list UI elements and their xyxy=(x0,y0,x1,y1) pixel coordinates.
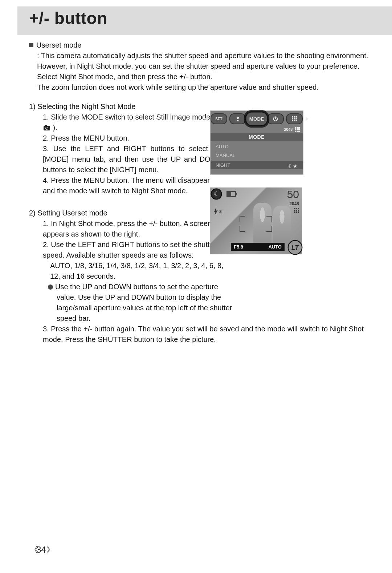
sec2-step3: 3. Press the +/- button again. The value… xyxy=(43,324,370,345)
shutter-auto-label: AUTO xyxy=(268,244,285,250)
svg-rect-9 xyxy=(294,120,295,121)
body-text: Userset mode : This camera automatically… xyxy=(29,40,370,345)
mode-tab-icons: SET MODE xyxy=(211,113,303,125)
figure-preview-screen: ☾ 50 2048 S F5.8 AUTO LT xyxy=(210,187,302,254)
resolution-badge: 2048 xyxy=(284,127,293,132)
svg-rect-3 xyxy=(294,116,295,118)
grid-tab-icon xyxy=(286,113,303,124)
svg-rect-7 xyxy=(295,118,297,120)
mode-item-manual: MANUAL xyxy=(216,153,235,158)
flash-slow-icon: S xyxy=(213,208,222,217)
arrow-left-icon xyxy=(205,117,208,121)
quality-grid-icon xyxy=(295,127,300,132)
aperture-value: F5.8 xyxy=(231,244,268,250)
lt-badge-icon: LT xyxy=(288,240,303,255)
preview-resolution: 2048 xyxy=(289,201,299,206)
userset-intro-1: : This camera automatically adjusts the … xyxy=(37,51,370,82)
square-bullet-icon xyxy=(29,43,33,47)
sec1-step2: 2. Press the MENU button. xyxy=(43,133,222,144)
night-mode-icon: ☾ xyxy=(211,188,222,199)
page-title: +/- button xyxy=(29,8,107,28)
sec1-step4: 4. Press the MENU button. The menu will … xyxy=(43,175,222,196)
arrow-right-icon xyxy=(306,117,309,121)
svg-rect-2 xyxy=(292,116,293,118)
svg-rect-10 xyxy=(295,120,297,121)
svg-rect-4 xyxy=(295,116,297,118)
sec2-bullet1-row: Use the UP and DOWN buttons to set the a… xyxy=(57,282,234,324)
mode-tab-icon: MODE xyxy=(245,112,268,126)
manual-page: +/- button Userset mode : This camera au… xyxy=(0,0,392,573)
sec2-step2: 2. Use the LEFT and RIGHT buttons to set… xyxy=(43,239,226,261)
af-frame-icon xyxy=(240,216,272,232)
camera-icon xyxy=(44,126,50,130)
svg-rect-5 xyxy=(292,118,293,120)
section1-title: 1) Selecting the Night Shot Mode xyxy=(29,101,370,112)
battery-icon xyxy=(226,191,236,197)
sec2-step1: 1. In Night Shot mode, press the +/- but… xyxy=(43,218,226,239)
sec2-step2b: AUTO, 1/8, 3/16, 1/4, 3/8, 1/2, 3/4, 1, … xyxy=(50,261,233,282)
preview-top-icons: ☾ xyxy=(212,190,236,198)
figure-mode-menu: SET MODE 2048 MODE AUTO MANUAL xyxy=(210,110,303,175)
header-band: +/- button xyxy=(17,7,392,35)
set-tab-icon: SET xyxy=(211,113,227,124)
userset-heading-row: Userset mode xyxy=(29,40,370,51)
portrait-tab-icon xyxy=(229,113,246,124)
mode-item-night: NIGHT ☾★ xyxy=(211,161,303,169)
section2-title: 2) Setting Userset mode xyxy=(29,208,370,218)
night-moon-icon: ☾★ xyxy=(288,162,298,170)
shots-remaining: 50 xyxy=(287,188,299,201)
sec1-step1: 1. Slide the MODE switch to select Still… xyxy=(43,112,222,133)
angle-left-icon: 《 xyxy=(30,545,36,554)
sec2-bullet1: Use the UP and DOWN buttons to set the a… xyxy=(55,283,232,322)
angle-right-icon: 》 xyxy=(46,545,53,554)
svg-rect-6 xyxy=(294,118,295,120)
preview-quality-icon xyxy=(294,208,299,213)
svg-point-0 xyxy=(237,117,239,119)
userset-heading: Userset mode xyxy=(36,41,82,49)
exposure-bar: F5.8 AUTO xyxy=(231,243,285,251)
timer-tab-icon xyxy=(267,113,284,124)
svg-rect-8 xyxy=(292,120,293,121)
dot-bullet-icon xyxy=(48,285,53,290)
page-number: 《34》 xyxy=(30,544,53,556)
mode-menu-header: MODE xyxy=(211,133,303,141)
userset-intro-2: The zoom function does not work while se… xyxy=(37,82,370,93)
sec1-step3: 3. Use the LEFT and RIGHT buttons to sel… xyxy=(43,144,222,175)
preview-person xyxy=(273,206,291,243)
mode-item-auto: AUTO xyxy=(216,144,229,149)
